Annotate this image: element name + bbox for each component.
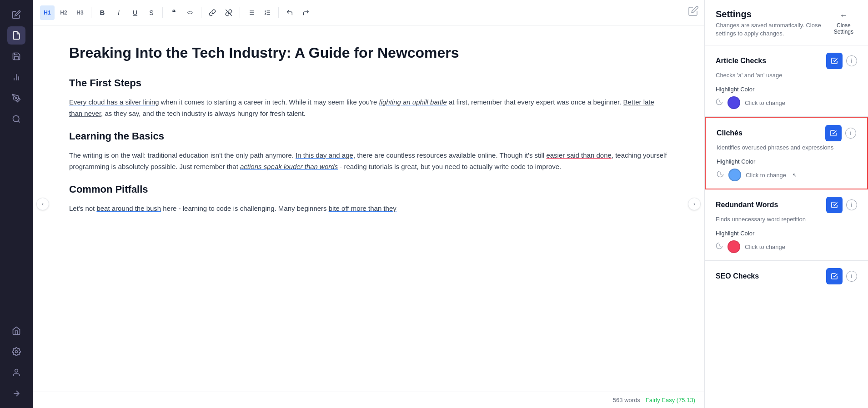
quote-button[interactable]: ❝ [166, 5, 181, 20]
h2-button[interactable]: H2 [56, 5, 71, 20]
sidebar-settings-icon[interactable] [7, 343, 25, 361]
cliche-6[interactable]: actions speak louder than words [240, 163, 338, 170]
ordered-list-button[interactable] [260, 5, 275, 20]
unlink-button[interactable] [221, 5, 236, 20]
redundant-words-highlight-label: Highlight Color [716, 230, 857, 237]
cliches-header: Clichés i [717, 125, 856, 141]
seo-checks-info[interactable]: i [846, 271, 857, 282]
redo-button[interactable] [299, 5, 313, 20]
pencil-icon-area[interactable] [688, 5, 699, 18]
svg-point-6 [15, 351, 18, 353]
sidebar-chart-icon[interactable] [7, 68, 25, 86]
cliches-title: Clichés [717, 129, 743, 137]
svg-point-3 [15, 97, 17, 99]
seo-checks-section: SEO Checks i [705, 261, 868, 294]
sidebar-brush-icon[interactable] [7, 89, 25, 107]
article-checks-section: Article Checks i Checks 'a' and 'an' usa… [705, 45, 868, 117]
cliches-section: Clichés i Identifies overused phrases an… [705, 117, 868, 189]
redundant-words-color-dot[interactable] [728, 240, 740, 253]
article-checks-desc: Checks 'a' and 'an' usage [716, 72, 857, 79]
italic-button[interactable]: I [111, 5, 126, 20]
cursor-indicator: ↖ [793, 172, 797, 178]
redundant-words-click-label[interactable]: Click to change [745, 244, 785, 250]
paint-icon-1 [716, 98, 723, 107]
cliche-7[interactable]: beat around the bush [96, 204, 161, 212]
cliche-8[interactable]: bite off more than they [329, 204, 396, 212]
close-settings-button[interactable]: ← CloseSettings [830, 9, 857, 37]
seo-checks-toggle[interactable] [826, 268, 843, 284]
sidebar-home-icon[interactable] [7, 322, 25, 340]
nav-arrow-left[interactable]: ‹ [36, 198, 49, 210]
cliches-click-label[interactable]: Click to change [746, 172, 786, 179]
article-checks-controls: i [826, 53, 857, 69]
readability-badge: Fairly Easy (75.13) [646, 397, 695, 403]
cliche-1[interactable]: Every cloud has a silver lining [69, 98, 159, 106]
toolbar-divider-1 [91, 7, 91, 18]
editor-area[interactable]: Breaking Into the Tech Industry: A Guide… [33, 25, 704, 408]
settings-subtitle: Changes are saved automatically. Close s… [716, 21, 830, 38]
strike-button[interactable]: S [144, 5, 159, 20]
section-paragraph-1: Every cloud has a silver lining when it … [69, 96, 668, 119]
section-heading-1: The First Steps [69, 77, 668, 89]
undo-button[interactable] [282, 5, 297, 20]
redundant-words-controls: i [826, 197, 857, 213]
cliche-4[interactable]: In this day and age [296, 151, 353, 159]
seo-checks-title: SEO Checks [716, 272, 759, 280]
sidebar-arrow-icon[interactable] [7, 384, 25, 403]
redundant-words-info[interactable]: i [846, 199, 857, 210]
seo-checks-header: SEO Checks i [716, 268, 857, 284]
h3-button[interactable]: H3 [73, 5, 87, 20]
paint-icon-2 [717, 170, 724, 179]
nav-arrow-right[interactable]: › [688, 198, 701, 210]
seo-checks-controls: i [826, 268, 857, 284]
settings-header-text: Settings Changes are saved automatically… [716, 9, 830, 38]
settings-panel: Settings Changes are saved automatically… [704, 0, 868, 408]
svg-point-4 [13, 116, 19, 122]
word-count: 563 words [613, 397, 640, 403]
toolbar-divider-5 [278, 7, 279, 18]
redundant-words-color-row: Click to change [716, 240, 857, 253]
article-checks-title: Article Checks [716, 57, 766, 65]
bullet-list-button[interactable] [244, 5, 258, 20]
section-paragraph-2: The writing is on the wall: traditional … [69, 149, 668, 173]
toolbar-divider-2 [162, 7, 163, 18]
sidebar-save-icon[interactable] [7, 47, 25, 65]
close-settings-label: CloseSettings [834, 22, 853, 35]
article-checks-color-dot[interactable] [728, 96, 740, 109]
sidebar-document-icon[interactable] [7, 26, 25, 45]
toolbar-divider-4 [240, 7, 240, 18]
underline-button[interactable]: U [128, 5, 142, 20]
link-button[interactable] [205, 5, 220, 20]
article-checks-click-label[interactable]: Click to change [745, 100, 785, 106]
h1-button[interactable]: H1 [40, 5, 55, 20]
redundant-words-toggle[interactable] [826, 197, 843, 213]
article-checks-color-row: Click to change [716, 96, 857, 109]
section-paragraph-3: Let's not beat around the bush here - le… [69, 203, 668, 214]
svg-point-7 [15, 369, 18, 373]
sidebar-search-icon[interactable] [7, 110, 25, 128]
cliches-info[interactable]: i [845, 128, 856, 139]
svg-line-5 [18, 121, 20, 123]
cliche-2[interactable]: fighting an uphill battle [379, 98, 447, 106]
cliche-5[interactable]: easier said than done [546, 151, 611, 159]
code-button[interactable]: <> [183, 5, 197, 20]
main-area: H1 H2 H3 B I U S ❝ <> ‹ › [33, 0, 704, 408]
article-checks-highlight-label: Highlight Color [716, 86, 857, 93]
cliches-highlight-label: Highlight Color [717, 158, 856, 165]
article-checks-toggle[interactable] [826, 53, 843, 69]
cliches-color-row: Click to change ↖ [717, 169, 856, 181]
toolbar-divider-3 [201, 7, 201, 18]
section-heading-3: Common Pitfalls [69, 184, 668, 195]
redundant-words-title: Redundant Words [716, 201, 778, 209]
article-checks-info[interactable]: i [846, 55, 857, 66]
toolbar: H1 H2 H3 B I U S ❝ <> [33, 0, 704, 25]
sidebar-edit-icon[interactable] [7, 5, 25, 24]
settings-header: Settings Changes are saved automatically… [705, 0, 868, 45]
cliches-color-dot[interactable] [728, 169, 741, 181]
article-title: Breaking Into the Tech Industry: A Guide… [69, 44, 668, 63]
redundant-words-header: Redundant Words i [716, 197, 857, 213]
bold-button[interactable]: B [95, 5, 110, 20]
word-count-bar: 563 words Fairly Easy (75.13) [33, 392, 704, 408]
cliches-toggle[interactable] [825, 125, 842, 141]
sidebar-user-icon[interactable] [7, 363, 25, 382]
